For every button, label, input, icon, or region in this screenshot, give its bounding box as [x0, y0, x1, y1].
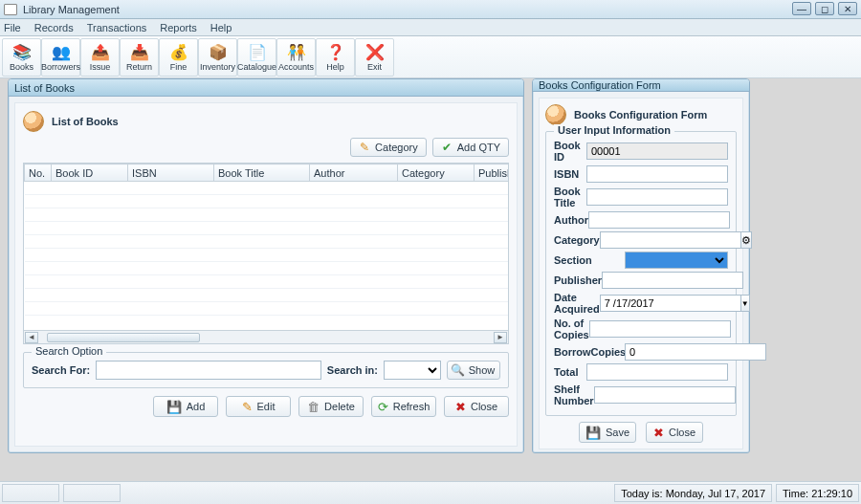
col-bookid[interactable]: Book ID: [52, 164, 128, 182]
copies-label: No. of Copies: [554, 318, 589, 340]
total-label: Total: [554, 366, 586, 378]
search-for-input[interactable]: [96, 361, 321, 380]
books-config-header: Books Configuration Form: [574, 109, 707, 121]
add-button[interactable]: 💾Add: [153, 396, 218, 417]
toolbar-exit[interactable]: ❌Exit: [355, 38, 394, 77]
add-qty-button[interactable]: ✔Add QTY: [432, 138, 509, 157]
toolbar-accounts[interactable]: 🧑‍🤝‍🧑Accounts: [276, 38, 316, 77]
menu-transactions[interactable]: Transactions: [87, 22, 147, 33]
toolbar: 📚Books 👥Borrowers 📤Issue 📥Return 💰Fine 📦…: [0, 36, 861, 78]
show-button[interactable]: 🔍Show: [447, 361, 500, 380]
user-input-legend: User Input Information: [554, 124, 674, 136]
toolbar-borrowers[interactable]: 👥Borrowers: [41, 38, 80, 77]
books-avatar-icon: [23, 111, 44, 132]
maximize-button[interactable]: ◻: [815, 2, 834, 15]
close-icon: ✖: [455, 400, 466, 414]
search-icon: 🔍: [453, 364, 464, 376]
total-input[interactable]: [586, 363, 728, 381]
borrow-label: BorrowCopies: [554, 346, 625, 358]
borrowers-icon: 👥: [52, 44, 71, 61]
category-lookup-icon[interactable]: ⚙: [741, 231, 752, 249]
issue-icon: 📤: [91, 44, 110, 61]
menu-reports[interactable]: Reports: [160, 22, 197, 33]
toolbar-issue[interactable]: 📤Issue: [80, 38, 120, 77]
search-for-label: Search For:: [32, 364, 90, 376]
menu-file[interactable]: File: [4, 22, 21, 33]
pencil-icon: ✎: [359, 142, 370, 153]
date-dropdown-icon[interactable]: ▼: [741, 295, 750, 312]
toolbar-catalogue[interactable]: 📄Catalogue: [237, 38, 276, 77]
list-of-books-window: List of Books List of Books ✎Category ✔A…: [8, 78, 524, 453]
category-label: Category: [554, 234, 600, 246]
help-icon: ❓: [326, 44, 345, 61]
col-author[interactable]: Author: [310, 164, 398, 182]
edit-pencil-icon: ✎: [242, 400, 253, 414]
toolbar-books[interactable]: 📚Books: [2, 38, 41, 77]
scroll-left-icon[interactable]: ◄: [25, 332, 38, 343]
form-close-button[interactable]: ✖Close: [646, 422, 703, 443]
bookid-label: Book ID: [554, 140, 586, 163]
close-button[interactable]: ✖Close: [444, 396, 509, 417]
borrow-input[interactable]: [625, 343, 766, 361]
scroll-right-icon[interactable]: ►: [494, 332, 507, 343]
date-label: Date Acquired: [554, 292, 600, 315]
category-button[interactable]: ✎Category: [350, 138, 427, 157]
publisher-label: Publisher: [554, 274, 602, 286]
books-config-title: Books Configuration Form: [533, 79, 749, 92]
save-button[interactable]: 💾Save: [579, 422, 636, 443]
menu-help[interactable]: Help: [210, 22, 232, 33]
col-no[interactable]: No.: [25, 164, 52, 182]
search-option-group: Search Option Search For: Search in: 🔍Sh…: [23, 352, 509, 388]
books-config-window: Books Configuration Form Books Configura…: [532, 78, 750, 453]
window-title: Library Management: [23, 4, 120, 15]
section-select[interactable]: [625, 252, 728, 269]
isbn-label: ISBN: [554, 168, 586, 180]
delete-button[interactable]: 🗑Delete: [298, 396, 364, 417]
isbn-input[interactable]: [586, 165, 728, 183]
user-input-group: User Input Information Book ID ISBN Book…: [545, 131, 737, 416]
copies-input[interactable]: [589, 320, 731, 338]
fine-icon: 💰: [169, 44, 188, 61]
save-disk-icon: 💾: [166, 400, 182, 414]
section-label: Section: [554, 254, 625, 266]
save-icon: 💾: [585, 426, 601, 440]
toolbar-help[interactable]: ❓Help: [316, 38, 355, 77]
minimize-button[interactable]: —: [792, 2, 811, 15]
trash-icon: 🗑: [307, 400, 320, 414]
list-of-books-header: List of Books: [52, 116, 119, 127]
titlebar: Library Management — ◻ ✕: [0, 0, 861, 19]
search-in-select[interactable]: [384, 361, 441, 380]
menubar: File Records Transactions Reports Help: [0, 19, 861, 36]
books-icon: 📚: [12, 44, 32, 61]
search-option-legend: Search Option: [32, 345, 106, 357]
toolbar-fine[interactable]: 💰Fine: [159, 38, 198, 77]
edit-button[interactable]: ✎Edit: [226, 396, 291, 417]
scroll-thumb[interactable]: [47, 333, 200, 342]
col-isbn[interactable]: ISBN: [128, 164, 214, 182]
list-of-books-title: List of Books: [9, 79, 523, 97]
menu-records[interactable]: Records: [34, 22, 74, 33]
publisher-input[interactable]: [602, 272, 743, 289]
toolbar-return[interactable]: 📥Return: [120, 38, 159, 77]
shelf-label: Shelf Number: [554, 383, 594, 406]
refresh-button[interactable]: ⟳Refresh: [371, 396, 436, 417]
shelf-input[interactable]: [594, 386, 736, 404]
close-window-button[interactable]: ✕: [838, 2, 857, 15]
toolbar-inventory[interactable]: 📦Inventory: [198, 38, 237, 77]
status-cell-1: [2, 484, 59, 502]
status-time: Time: 21:29:10: [776, 484, 859, 502]
bookid-input[interactable]: [586, 142, 728, 160]
col-category[interactable]: Category: [398, 164, 475, 182]
category-input[interactable]: [600, 231, 741, 249]
col-publisher[interactable]: Publisher: [475, 164, 510, 182]
title-input[interactable]: [586, 188, 728, 206]
author-input[interactable]: [588, 211, 730, 229]
author-label: Author: [554, 214, 588, 226]
grid-hscrollbar[interactable]: ◄ ►: [24, 330, 508, 343]
accounts-icon: 🧑‍🤝‍🧑: [287, 44, 306, 61]
form-close-icon: ✖: [653, 426, 664, 440]
date-input[interactable]: [600, 295, 741, 312]
col-title[interactable]: Book Title: [214, 164, 310, 182]
search-in-label: Search in:: [327, 364, 378, 376]
books-grid[interactable]: No. Book ID ISBN Book Title Author Categ…: [23, 163, 509, 344]
